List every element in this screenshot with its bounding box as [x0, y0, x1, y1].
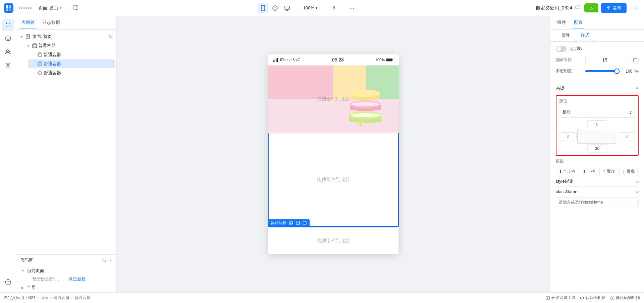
level-to-bottom[interactable]: ⤓ 置底 — [619, 167, 638, 176]
second-container[interactable]: 拖拽组件到此处 — [268, 227, 399, 254]
breadcrumb-app[interactable]: 自定义应用_0624 — [4, 295, 35, 301]
svg-rect-71 — [290, 221, 293, 224]
tab-config[interactable]: 配置 — [573, 16, 584, 29]
svg-line-46 — [105, 261, 106, 262]
tablet-icon[interactable] — [270, 3, 280, 13]
right-panel: 组件 配置 属性 样式 无阴影 圆角半径 — [550, 16, 644, 292]
publish-button[interactable]: 发布 — [601, 3, 627, 13]
svg-point-26 — [6, 63, 10, 68]
svg-rect-21 — [6, 26, 7, 27]
shadow-toggle[interactable] — [556, 46, 567, 52]
tree-item-container1-row[interactable]: ▾ 普通容器 — [23, 41, 115, 50]
container3-icon — [38, 61, 42, 66]
selected-container[interactable]: 拖拽组件到此处 普通容器 — [268, 133, 399, 227]
svg-point-64 — [351, 90, 380, 97]
breadcrumb-page[interactable]: 页面 — [40, 295, 48, 301]
sidebar-item-pages[interactable] — [2, 19, 14, 31]
code-editor[interactable]: 代码编辑器 — [580, 295, 606, 301]
classname-input[interactable] — [556, 198, 639, 207]
canvas-area[interactable]: iPhone 8 4G 05:28 100% — [117, 16, 550, 292]
classname-link-icon[interactable]: ∞ — [635, 189, 639, 194]
svg-rect-44 — [39, 72, 41, 74]
refresh-button[interactable]: ↺ — [328, 3, 339, 13]
pos-top-input[interactable] — [587, 120, 607, 128]
sidebar-item-help[interactable]: ? — [2, 276, 14, 288]
tree-item-container3-row[interactable]: ▶ 普通容器 — [28, 59, 115, 68]
desktop-icon[interactable] — [282, 3, 292, 13]
code-search-icon[interactable] — [102, 258, 107, 263]
container-delete-icon[interactable] — [302, 220, 307, 225]
breadcrumb-container1[interactable]: 普通容器 — [53, 295, 69, 301]
svg-point-66 — [357, 123, 359, 124]
level-label: 层级 — [556, 159, 639, 164]
run-button[interactable]: ▷ — [584, 3, 598, 12]
container-copy2-icon[interactable] — [296, 220, 300, 225]
shadow-toggle-knob — [556, 46, 561, 51]
debug-tool[interactable]: 开发调试工具 — [545, 295, 576, 301]
opacity-row: 不透明度 100 % — [556, 68, 639, 74]
slider-thumb[interactable] — [614, 69, 620, 74]
container1-arrow[interactable]: ▾ — [25, 43, 31, 48]
sidebar-item-members[interactable] — [2, 46, 14, 58]
sidebar-item-data[interactable] — [2, 32, 14, 44]
tree-item-container2-row[interactable]: ▶ 普通容器 — [28, 50, 115, 59]
mobile-icon[interactable] — [258, 3, 268, 13]
tab-components[interactable]: 组件 — [556, 16, 567, 29]
style-bind-link-icon[interactable]: ∞ — [635, 179, 639, 184]
drag-handle[interactable] — [17, 6, 33, 10]
top-more-button[interactable]: ··· — [629, 3, 640, 13]
zoom-selector[interactable]: 100% ▾ — [301, 4, 320, 12]
low-code-editor[interactable]: 低代码编辑师 — [610, 295, 640, 301]
code-current-page[interactable]: ▾ 当前页面 — [17, 266, 115, 275]
app-logo — [4, 3, 13, 13]
level-move-up-all[interactable]: ⬆ 全上移 — [556, 167, 578, 176]
svg-point-65 — [359, 124, 361, 126]
page-arrow[interactable]: ▾ — [19, 34, 24, 39]
pos-right-input[interactable] — [618, 132, 635, 140]
code-empty-state: 暂无数据查询，点击新建 — [16, 275, 116, 283]
level-move-down[interactable]: ⬇ 下移 — [580, 167, 598, 176]
more-options[interactable]: ··· — [347, 3, 358, 13]
pos-bottom-input[interactable] — [587, 144, 607, 153]
tab-state-data[interactable]: 状态数据 — [41, 16, 61, 29]
corner-radius-input[interactable] — [585, 56, 629, 64]
code-add-button[interactable]: + — [109, 257, 112, 263]
style-bind-row: style绑定 ∞ — [556, 176, 639, 186]
top-right-actions: ▷ 发布 ··· — [584, 3, 640, 13]
code-create-link[interactable]: 点击新建 — [68, 276, 86, 282]
svg-rect-2 — [6, 8, 8, 11]
corner-radius-icon[interactable] — [632, 57, 639, 63]
tree-item-container4-row[interactable]: ▶ 普通容器 — [28, 69, 115, 77]
container-icon — [32, 43, 37, 48]
level-to-top[interactable]: ⤒ 置顶 — [599, 167, 618, 176]
advanced-arrow[interactable]: ∧ — [636, 86, 639, 90]
tab-outline-tree[interactable]: 大纲树 — [20, 16, 36, 29]
opacity-slider[interactable] — [585, 70, 620, 72]
page-selector[interactable]: 页面: 首页 ▾ — [36, 4, 64, 12]
sidebar-item-settings[interactable] — [2, 59, 14, 71]
top-bar: 页面: 首页 ▾ — [0, 0, 644, 16]
icon-sidebar: ? — [0, 16, 16, 292]
code-section: 代码区 + ▾ 当前页面 暂无数据查询，点击新建 ▶ 全局 — [16, 254, 116, 292]
advanced-section: 高级 ∧ 定位 相对 ∨ — [556, 78, 639, 207]
subtab-properties[interactable]: 属性 — [556, 30, 575, 41]
style-bind-label: style绑定 — [556, 178, 574, 184]
lowcode-icon — [610, 296, 614, 300]
svg-rect-3 — [9, 8, 11, 11]
bg-pink — [268, 66, 333, 99]
pos-left-input[interactable] — [559, 132, 577, 140]
position-select[interactable]: 相对 ∨ — [559, 107, 635, 118]
new-file-button[interactable] — [72, 5, 79, 11]
subtab-style[interactable]: 样式 — [575, 30, 595, 41]
container-toolbar: 普通容器 — [268, 219, 310, 226]
breadcrumb-container2[interactable]: 普通容器 — [74, 295, 91, 301]
svg-rect-49 — [276, 58, 277, 62]
phone-status-bar: iPhone 8 4G 05:28 100% — [268, 54, 399, 66]
container-copy1-icon[interactable] — [289, 220, 293, 225]
svg-rect-42 — [39, 62, 41, 65]
tree-search-button[interactable] — [108, 34, 114, 39]
code-global[interactable]: ▶ 全局 — [17, 283, 115, 292]
main-layout: ? 大纲树 状态数据 ▾ 页面: 首页 — [0, 16, 644, 292]
level-section: 层级 ⬆ 全上移 ⬇ 下移 ⤒ 置顶 — [556, 159, 639, 176]
tree-item-container4: ▶ 普通容器 — [27, 69, 116, 77]
